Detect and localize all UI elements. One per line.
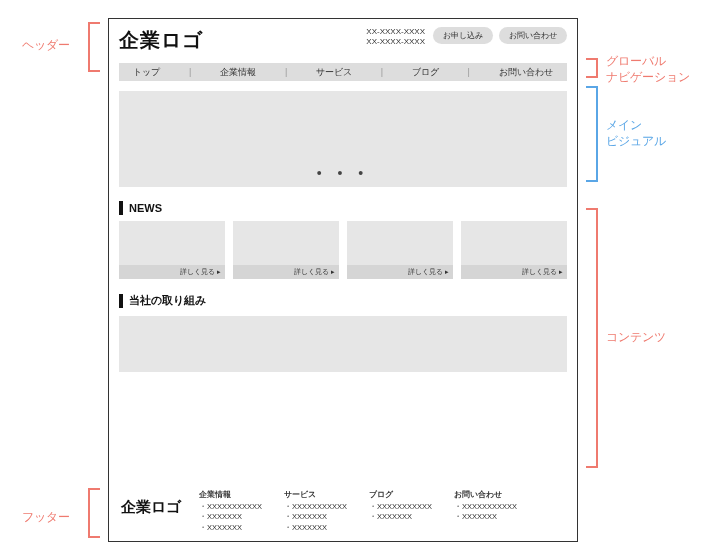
gnav-item-blog[interactable]: ブログ	[412, 66, 439, 79]
annotation-mv: メイン ビジュアル	[606, 118, 666, 149]
annotation-mv-line2: ビジュアル	[606, 134, 666, 148]
news-heading-text: NEWS	[129, 202, 162, 214]
annotation-gnav: グローバル ナビゲーション	[606, 54, 690, 85]
footer: 企業ロゴ 企業情報 XXXXXXXXXXX XXXXXXX XXXXXXX サー…	[119, 484, 567, 536]
footer-link[interactable]: XXXXXXXXXXX	[454, 502, 517, 513]
cta-apply-button[interactable]: お申し込み	[433, 27, 493, 44]
news-card[interactable]: 詳しく見る ▸	[347, 221, 453, 279]
footer-link[interactable]: XXXXXXX	[454, 512, 517, 523]
bracket-footer	[88, 488, 100, 538]
footer-col-contact: お問い合わせ XXXXXXXXXXX XXXXXXX	[454, 490, 517, 534]
footer-link[interactable]: XXXXXXXXXXX	[199, 502, 262, 513]
annotation-gnav-line2: ナビゲーション	[606, 70, 690, 84]
bracket-gnav	[586, 58, 598, 78]
footer-link[interactable]: XXXXXXX	[369, 512, 432, 523]
annotation-mv-line1: メイン	[606, 118, 642, 132]
news-thumb	[461, 221, 567, 265]
gnav-item-contact[interactable]: お問い合わせ	[499, 66, 553, 79]
header-phone-1: XX-XXXX-XXXX	[366, 27, 425, 37]
news-thumb	[119, 221, 225, 265]
news-more-link[interactable]: 詳しく見る ▸	[233, 265, 339, 279]
footer-link[interactable]: XXXXXXX	[199, 512, 262, 523]
footer-link[interactable]: XXXXXXXXXXX	[284, 502, 347, 513]
bracket-contents	[586, 208, 598, 468]
spacer	[119, 372, 567, 484]
gnav-item-company[interactable]: 企業情報	[220, 66, 256, 79]
initiatives-block	[119, 316, 567, 372]
annotation-footer: フッター	[22, 510, 70, 526]
gnav-item-top[interactable]: トップ	[133, 66, 160, 79]
global-nav: トップ | 企業情報 | サービス | ブログ | お問い合わせ	[119, 63, 567, 81]
footer-col-service: サービス XXXXXXXXXXX XXXXXXX XXXXXXX	[284, 490, 347, 534]
bracket-header	[88, 22, 100, 72]
annotation-gnav-line1: グローバル	[606, 54, 666, 68]
annotation-contents: コンテンツ	[606, 330, 666, 346]
news-thumb	[347, 221, 453, 265]
footer-link[interactable]: XXXXXXX	[199, 523, 262, 534]
footer-columns: 企業情報 XXXXXXXXXXX XXXXXXX XXXXXXX サービス XX…	[199, 490, 565, 534]
section-heading-initiatives: 当社の取り組み	[119, 293, 567, 308]
header-phones: XX-XXXX-XXXX XX-XXXX-XXXX	[366, 27, 425, 47]
gnav-sep: |	[381, 67, 383, 77]
header-right: XX-XXXX-XXXX XX-XXXX-XXXX お申し込み お問い合わせ	[366, 27, 567, 47]
footer-logo[interactable]: 企業ロゴ	[121, 498, 181, 517]
footer-col-company: 企業情報 XXXXXXXXXXX XXXXXXX XXXXXXX	[199, 490, 262, 534]
cta-contact-button[interactable]: お問い合わせ	[499, 27, 567, 44]
footer-link[interactable]: XXXXXXXXXXX	[369, 502, 432, 513]
news-card[interactable]: 詳しく見る ▸	[461, 221, 567, 279]
news-card[interactable]: 詳しく見る ▸	[119, 221, 225, 279]
annotation-header: ヘッダー	[22, 38, 70, 54]
footer-link[interactable]: XXXXXXX	[284, 523, 347, 534]
gnav-sep: |	[189, 67, 191, 77]
gnav-sep: |	[285, 67, 287, 77]
initiatives-heading-text: 当社の取り組み	[129, 293, 206, 308]
wireframe-page: 企業ロゴ XX-XXXX-XXXX XX-XXXX-XXXX お申し込み お問い…	[108, 18, 578, 542]
news-thumb	[233, 221, 339, 265]
gnav-item-service[interactable]: サービス	[316, 66, 352, 79]
footer-col-heading[interactable]: お問い合わせ	[454, 490, 517, 500]
news-cards: 詳しく見る ▸ 詳しく見る ▸ 詳しく見る ▸ 詳しく見る ▸	[119, 221, 567, 279]
main-visual: • • •	[119, 91, 567, 187]
footer-col-heading[interactable]: サービス	[284, 490, 347, 500]
news-more-link[interactable]: 詳しく見る ▸	[119, 265, 225, 279]
footer-col-heading[interactable]: ブログ	[369, 490, 432, 500]
header: 企業ロゴ XX-XXXX-XXXX XX-XXXX-XXXX お申し込み お問い…	[119, 27, 567, 59]
footer-col-blog: ブログ XXXXXXXXXXX XXXXXXX	[369, 490, 432, 534]
bracket-mv	[586, 86, 598, 182]
header-phone-2: XX-XXXX-XXXX	[366, 37, 425, 47]
carousel-dots[interactable]: • • •	[119, 165, 567, 181]
news-more-link[interactable]: 詳しく見る ▸	[347, 265, 453, 279]
footer-col-heading[interactable]: 企業情報	[199, 490, 262, 500]
section-heading-news: NEWS	[119, 201, 567, 215]
footer-link[interactable]: XXXXXXX	[284, 512, 347, 523]
news-card[interactable]: 詳しく見る ▸	[233, 221, 339, 279]
header-logo[interactable]: 企業ロゴ	[119, 27, 203, 54]
gnav-sep: |	[468, 67, 470, 77]
news-more-link[interactable]: 詳しく見る ▸	[461, 265, 567, 279]
